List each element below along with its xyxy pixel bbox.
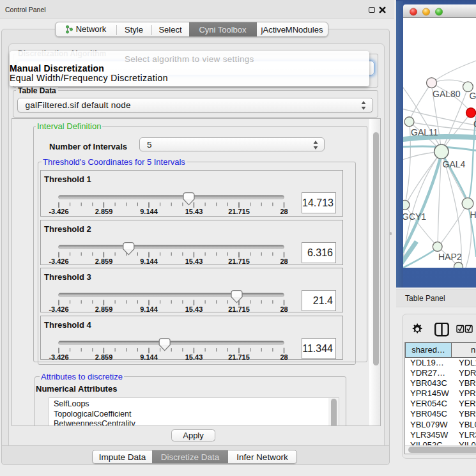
svg-text:HA…: HA… <box>470 210 476 220</box>
svg-text:GAL…: GAL… <box>470 91 476 101</box>
svg-text:C…: C… <box>473 119 476 129</box>
svg-text:28: 28 <box>280 208 288 215</box>
svg-text:-3.426: -3.426 <box>49 208 68 215</box>
svg-text:21.715: 21.715 <box>228 208 250 215</box>
svg-text:GAL11: GAL11 <box>411 127 438 137</box>
svg-text:9.144: 9.144 <box>140 305 158 313</box>
svg-text:15.43: 15.43 <box>185 353 203 361</box>
svg-text:-3.426: -3.426 <box>49 305 68 313</box>
svg-text:-3.426: -3.426 <box>49 353 68 361</box>
svg-text:15.43: 15.43 <box>185 208 203 215</box>
svg-text:HAP2: HAP2 <box>438 252 462 262</box>
svg-text:GAL80: GAL80 <box>433 89 461 99</box>
svg-text:28: 28 <box>280 257 288 265</box>
svg-text:GAL4: GAL4 <box>443 159 466 169</box>
svg-text:9.144: 9.144 <box>140 257 158 265</box>
svg-text:21.715: 21.715 <box>228 305 250 313</box>
svg-text:28: 28 <box>280 305 288 313</box>
svg-text:15.43: 15.43 <box>185 305 203 313</box>
svg-text:2.859: 2.859 <box>95 305 113 313</box>
svg-text:2.859: 2.859 <box>95 353 113 361</box>
svg-text:9.144: 9.144 <box>140 208 158 215</box>
svg-text:2.859: 2.859 <box>95 208 113 215</box>
svg-text:GCY1: GCY1 <box>403 211 426 222</box>
svg-text:-3.426: -3.426 <box>49 257 68 265</box>
svg-text:28: 28 <box>280 353 288 361</box>
svg-text:9.144: 9.144 <box>140 353 158 361</box>
svg-text:15.43: 15.43 <box>185 257 203 265</box>
svg-text:21.715: 21.715 <box>228 257 250 265</box>
svg-text:2.859: 2.859 <box>95 257 113 265</box>
svg-text:21.715: 21.715 <box>228 353 250 361</box>
